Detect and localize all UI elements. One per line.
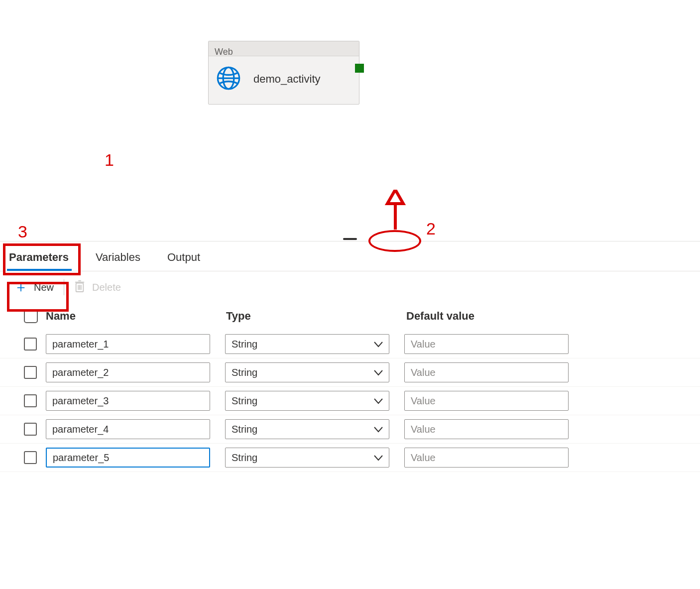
- pane-drag-handle[interactable]: [343, 238, 357, 240]
- parameters-toolbar: ＋ New Delete: [0, 271, 700, 304]
- activity-node[interactable]: Web demo_activity: [208, 41, 359, 105]
- type-value: String: [232, 395, 257, 407]
- chevron-down-icon: [374, 339, 383, 350]
- row-checkbox[interactable]: [24, 394, 37, 407]
- type-value: String: [232, 424, 257, 435]
- chevron-down-icon: [374, 395, 383, 407]
- column-header-name: Name: [46, 310, 226, 323]
- type-select[interactable]: String: [225, 419, 389, 439]
- column-header-default: Default value: [406, 310, 586, 323]
- annotation-arrow-icon: [383, 190, 407, 232]
- name-input[interactable]: parameter_1: [46, 334, 210, 354]
- default-value-input[interactable]: Value: [404, 448, 569, 468]
- tab-variables[interactable]: Variables: [94, 244, 150, 271]
- activity-success-port[interactable]: [355, 64, 364, 73]
- chevron-down-icon: [374, 367, 383, 378]
- type-select[interactable]: String: [225, 362, 389, 382]
- row-checkbox[interactable]: [24, 451, 37, 464]
- annotation-3: 3: [18, 222, 27, 241]
- chevron-down-icon: [374, 424, 383, 435]
- default-value-input[interactable]: Value: [404, 391, 569, 411]
- column-header-type: Type: [226, 310, 406, 323]
- annotation-1: 1: [105, 150, 114, 170]
- delete-button: Delete: [74, 280, 121, 295]
- type-select[interactable]: String: [225, 391, 389, 411]
- annotation-box-new: [7, 282, 69, 312]
- default-value-input[interactable]: Value: [404, 362, 569, 382]
- table-row: parameter_3StringValue: [0, 387, 700, 415]
- name-input[interactable]: parameter_5: [46, 448, 210, 468]
- table-row: parameter_1StringValue: [0, 330, 700, 358]
- annotation-box-parameters: [3, 243, 81, 275]
- type-value: String: [232, 339, 257, 350]
- row-checkbox[interactable]: [24, 338, 37, 351]
- name-input[interactable]: parameter_4: [46, 419, 210, 439]
- activity-name: demo_activity: [253, 73, 321, 86]
- globe-icon: [216, 65, 241, 93]
- table-row: parameter_2StringValue: [0, 358, 700, 387]
- tab-output[interactable]: Output: [165, 244, 210, 271]
- activity-type-label: Web: [209, 41, 359, 56]
- row-checkbox[interactable]: [24, 366, 37, 379]
- type-select[interactable]: String: [225, 334, 389, 354]
- type-value: String: [232, 367, 257, 378]
- default-value-input[interactable]: Value: [404, 419, 569, 439]
- chevron-down-icon: [374, 452, 383, 464]
- parameters-table: Name Type Default value parameter_1Strin…: [0, 304, 700, 472]
- annotation-2: 2: [426, 219, 436, 238]
- table-row: parameter_5StringValue: [0, 444, 700, 472]
- table-row: parameter_4StringValue: [0, 415, 700, 444]
- trash-icon: [74, 280, 92, 295]
- default-value-input[interactable]: Value: [404, 334, 569, 354]
- row-checkbox[interactable]: [24, 423, 37, 436]
- pipeline-canvas[interactable]: Web demo_activity 1 2: [0, 0, 700, 241]
- table-header-row: Name Type Default value: [0, 304, 700, 330]
- tab-bar: Parameters Variables Output: [0, 241, 700, 271]
- name-input[interactable]: parameter_3: [46, 391, 210, 411]
- type-select[interactable]: String: [225, 448, 389, 468]
- delete-button-label: Delete: [92, 282, 121, 293]
- type-value: String: [232, 452, 257, 464]
- name-input[interactable]: parameter_2: [46, 362, 210, 382]
